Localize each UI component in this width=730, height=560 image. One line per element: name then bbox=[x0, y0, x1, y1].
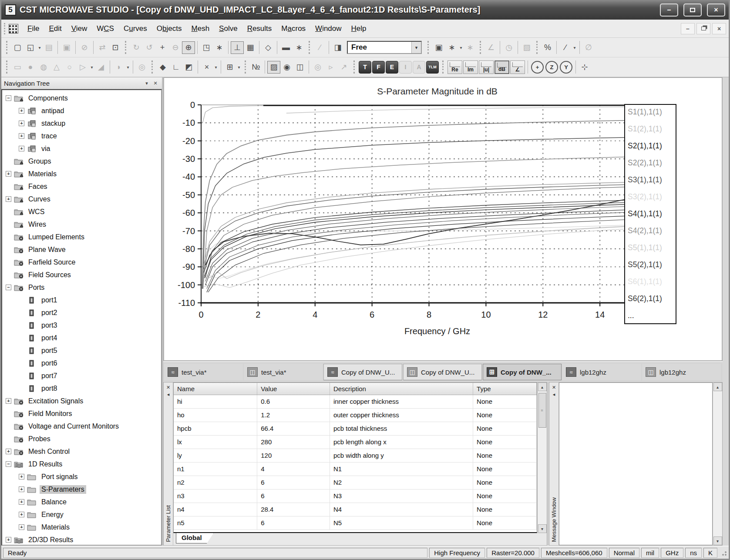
tab-lgb12ghz[interactable]: ◫lgb12ghz bbox=[642, 364, 721, 380]
parameter-list-close-button[interactable]: ✕ bbox=[165, 384, 172, 391]
curve-tool-icon[interactable]: ∕ bbox=[559, 41, 572, 54]
message-window-collapse-button[interactable]: ◂ bbox=[551, 391, 558, 398]
tree-item-via[interactable]: +via bbox=[3, 142, 161, 155]
boundary-settings-icon[interactable]: ◫ bbox=[293, 61, 306, 74]
frequency-solver-icon[interactable]: F bbox=[372, 61, 385, 74]
toolbar-grip[interactable] bbox=[442, 60, 444, 74]
cutplane-view-icon[interactable]: ▬ bbox=[279, 41, 293, 54]
tree-toggle-icon[interactable]: + bbox=[19, 108, 24, 114]
chevron-down-icon[interactable]: ▾ bbox=[411, 42, 421, 53]
tree-toggle-icon[interactable]: + bbox=[6, 537, 11, 543]
menu-mesh[interactable]: Mesh bbox=[187, 22, 215, 36]
tree-item-s-parameters[interactable]: +S-Parameters bbox=[3, 483, 161, 496]
tree-item-antipad[interactable]: +antipad bbox=[3, 104, 161, 117]
resize-grip[interactable] bbox=[720, 549, 727, 556]
open-file-icon[interactable]: ◱ bbox=[24, 41, 37, 54]
tree-item-port8[interactable]: port8 bbox=[3, 382, 161, 395]
extrude-caret-icon[interactable]: ▾ bbox=[89, 61, 94, 74]
render-settings-icon[interactable]: ∗ bbox=[213, 41, 226, 54]
tree-item-1d-results[interactable]: −1D Results bbox=[3, 458, 161, 470]
tree-item-2d-3d-results[interactable]: +2D/3D Results bbox=[3, 533, 161, 546]
tree-item-materials[interactable]: +Materials bbox=[3, 521, 161, 533]
toolbar-grip[interactable] bbox=[353, 60, 355, 74]
tree-item-port2[interactable]: port2 bbox=[3, 306, 161, 319]
menu-grip[interactable] bbox=[4, 23, 6, 34]
fit-view-icon[interactable]: ◳ bbox=[200, 41, 213, 54]
transient-solver-icon[interactable]: T bbox=[359, 61, 371, 74]
mdi-close-button[interactable]: × bbox=[712, 23, 726, 34]
local-wcs-icon[interactable]: ⊞ bbox=[223, 61, 236, 74]
tree-toggle-icon[interactable]: + bbox=[6, 398, 11, 404]
tree-item-plane-wave[interactable]: Plane Wave bbox=[3, 243, 161, 256]
toolbar-grip[interactable] bbox=[427, 41, 429, 54]
solver-setup-caret-icon[interactable]: ▾ bbox=[458, 41, 464, 54]
menu-file[interactable]: File bbox=[23, 22, 44, 36]
tree-item-wcs[interactable]: WCS bbox=[3, 205, 161, 218]
local-wcs-caret-icon[interactable]: ▾ bbox=[236, 61, 242, 74]
tree-item-wires[interactable]: Wires bbox=[3, 218, 161, 231]
parameter-row-lx[interactable]: lx280pcb length along xNone bbox=[174, 435, 537, 449]
y-smith-chart-icon[interactable]: Y bbox=[560, 61, 572, 74]
tree-item-materials[interactable]: +Materials bbox=[3, 168, 161, 180]
tree-item-groups[interactable]: Groups bbox=[3, 155, 161, 168]
parameter-row-hi[interactable]: hi0.6inner copper thicknessNone bbox=[174, 395, 537, 408]
tab-test-via-[interactable]: ◫test_via* bbox=[244, 364, 323, 380]
clear-picks-icon[interactable]: × bbox=[200, 61, 213, 74]
tree-item-stackup[interactable]: +stackup bbox=[3, 117, 161, 130]
menu-window[interactable]: Window bbox=[310, 22, 346, 36]
tree-item-curves[interactable]: +Curves bbox=[3, 193, 161, 205]
plot-magnitude-button[interactable]: |u| bbox=[479, 60, 494, 74]
menu-wcs[interactable]: WCS bbox=[92, 22, 119, 36]
tab-copy-of-dnw-u-[interactable]: ≈Copy of DNW_U... bbox=[323, 364, 402, 380]
menu-curves[interactable]: Curves bbox=[119, 22, 152, 36]
toolbar-grip[interactable] bbox=[151, 60, 153, 74]
tree-item-port1[interactable]: port1 bbox=[3, 294, 161, 306]
toolbar-grip[interactable] bbox=[309, 41, 310, 54]
exchange-data-icon[interactable]: ⊡ bbox=[109, 41, 122, 54]
tree-toggle-icon[interactable]: + bbox=[19, 486, 24, 492]
menu-edit[interactable]: Edit bbox=[44, 22, 66, 36]
scroll-down-icon[interactable]: ▾ bbox=[538, 524, 547, 533]
parameter-view-icon[interactable]: ▣ bbox=[432, 41, 445, 54]
scroll-up-icon[interactable]: ▴ bbox=[538, 382, 547, 391]
pick-points-icon[interactable]: ◆ bbox=[156, 61, 169, 74]
eigenmode-solver-icon[interactable]: E bbox=[386, 61, 398, 74]
tree-toggle-icon[interactable]: − bbox=[6, 95, 11, 101]
tree-item-trace[interactable]: +trace bbox=[3, 130, 161, 142]
z-smith-chart-icon[interactable]: Z bbox=[545, 61, 558, 74]
mdi-minimize-button[interactable]: – bbox=[681, 23, 695, 34]
curve-tool-caret-icon[interactable]: ▾ bbox=[572, 41, 577, 54]
blend-caret-icon[interactable]: ▾ bbox=[125, 61, 131, 74]
scrollbar-thumb[interactable]: ≡ bbox=[538, 393, 546, 428]
toolbar-grip[interactable] bbox=[6, 60, 8, 74]
tree-item-farfield-source[interactable]: Farfield Source bbox=[3, 256, 161, 268]
scroll-up-icon[interactable]: ▴ bbox=[713, 382, 722, 391]
open-file-caret-icon[interactable]: ▾ bbox=[37, 41, 42, 54]
tree-toggle-icon[interactable]: + bbox=[19, 474, 24, 480]
mouse-mode-select[interactable]: Free▾ bbox=[347, 41, 422, 54]
tree-toggle-icon[interactable]: + bbox=[6, 196, 11, 202]
pick-edges-icon[interactable]: ∟ bbox=[169, 61, 182, 74]
tree-item-port6[interactable]: port6 bbox=[3, 357, 161, 369]
tree-toggle-icon[interactable]: + bbox=[19, 512, 24, 517]
tree-item-port-signals[interactable]: +Port signals bbox=[3, 470, 161, 483]
tree-item-port7[interactable]: port7 bbox=[3, 369, 161, 382]
plot-db-button[interactable]: dB bbox=[495, 60, 509, 74]
perspective-view-icon[interactable]: ◇ bbox=[262, 41, 275, 54]
tab-lgb12ghz[interactable]: ≈lgb12ghz bbox=[562, 364, 641, 380]
zoom-in-icon[interactable]: ⊕ bbox=[182, 41, 195, 54]
message-window-close-button[interactable]: ✕ bbox=[551, 384, 558, 391]
background-settings-icon[interactable]: ◉ bbox=[280, 61, 293, 74]
toolbar-grip[interactable] bbox=[536, 41, 538, 54]
tree-item-field-sources[interactable]: Field Sources bbox=[3, 268, 161, 281]
parameter-table-scrollbar[interactable]: ▴ ≡ ▾ bbox=[537, 382, 547, 533]
tree-item-port4[interactable]: port4 bbox=[3, 332, 161, 344]
align-tool-icon[interactable]: ◨ bbox=[331, 41, 344, 54]
tree-item-ports[interactable]: −Ports bbox=[3, 281, 161, 294]
tree-item-field-monitors[interactable]: Field Monitors bbox=[3, 407, 161, 420]
tab-copy-of-dnw-[interactable]: ⊞Copy of DNW_... bbox=[483, 364, 562, 380]
plot-phase-button[interactable]: ∠ bbox=[510, 60, 525, 74]
minimize-button[interactable]: – bbox=[660, 3, 678, 17]
parameter-row-n3[interactable]: n36N3None bbox=[174, 489, 537, 503]
parameter-row-ly[interactable]: ly120pcb width along yNone bbox=[174, 449, 537, 462]
